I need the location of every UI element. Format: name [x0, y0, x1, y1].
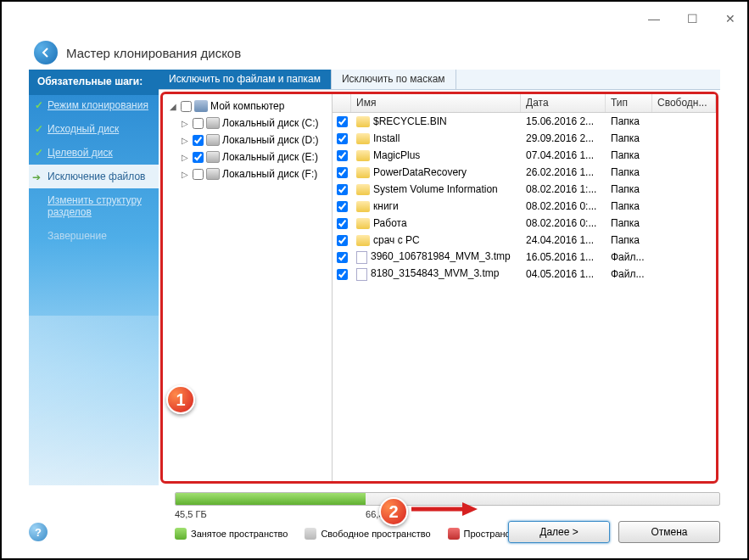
- list-item-name: PowerDataRecovery: [373, 166, 467, 178]
- maximize-button[interactable]: ☐: [684, 10, 701, 27]
- tree-root-checkbox[interactable]: [181, 101, 192, 112]
- list-item[interactable]: 3960_106781984_MVM_3.tmp16.05.2016 1...Ф…: [333, 249, 716, 266]
- list-item-type: Папка: [606, 216, 652, 231]
- list-item-date: 08.02.2016 1:...: [521, 182, 606, 197]
- back-button[interactable]: [34, 41, 58, 64]
- list-item-date: 24.04.2016 1...: [521, 232, 606, 248]
- sidebar-item-4[interactable]: Изменить структуру разделов: [29, 188, 159, 224]
- sidebar-item-label: Завершение: [48, 230, 107, 242]
- main-panel: Исключить по файлам и папкам Исключить п…: [159, 70, 720, 485]
- sidebar: Обязательные шаги: ✓Режим клонирования✓И…: [29, 70, 159, 485]
- footer: ? Далее > Отмена: [29, 521, 720, 543]
- list-item[interactable]: PowerDataRecovery26.02.2016 1...Папка: [333, 164, 716, 181]
- list-item-checkbox[interactable]: [337, 252, 348, 263]
- tree-item-checkbox[interactable]: [193, 169, 204, 180]
- tree-item[interactable]: ▷Локальный диск (F:): [166, 165, 328, 182]
- list-item[interactable]: 8180_3154843_MVM_3.tmp04.05.2016 1...Фай…: [333, 266, 716, 283]
- list-item-date: 07.04.2016 1...: [521, 148, 606, 163]
- list-item-checkbox[interactable]: [337, 269, 348, 280]
- list-item-checkbox[interactable]: [337, 218, 348, 229]
- check-icon: ✓: [35, 123, 43, 135]
- sidebar-item-3[interactable]: ➔Исключение файлов: [29, 165, 159, 188]
- sidebar-header: Обязательные шаги:: [29, 70, 159, 93]
- check-icon: ✓: [35, 147, 43, 159]
- sidebar-item-label: Изменить структуру разделов: [48, 194, 142, 218]
- list-item-type: Папка: [606, 148, 652, 163]
- drive-icon: [206, 117, 220, 129]
- folder-icon: [356, 167, 370, 178]
- col-header-date[interactable]: Дата: [521, 94, 606, 112]
- col-header-type[interactable]: Тип: [606, 94, 652, 112]
- col-header-free[interactable]: Свободн...: [652, 94, 716, 112]
- list-item-checkbox[interactable]: [337, 235, 348, 246]
- list-item-name: $RECYCLE.BIN: [373, 115, 447, 127]
- sidebar-item-0[interactable]: ✓Режим клонирования: [29, 93, 159, 117]
- cancel-button[interactable]: Отмена: [618, 521, 720, 543]
- expand-icon[interactable]: ▷: [182, 119, 190, 128]
- computer-icon: [194, 100, 208, 112]
- tree-item[interactable]: ▷Локальный диск (D:): [166, 132, 328, 148]
- expand-icon[interactable]: ▷: [182, 170, 190, 179]
- tab-files-folders[interactable]: Исключить по файлам и папкам: [159, 70, 332, 89]
- tree-item-checkbox[interactable]: [193, 118, 204, 129]
- list-item-type: Папка: [606, 131, 652, 146]
- list-item[interactable]: Работа08.02.2016 0:...Папка: [333, 215, 716, 232]
- tree-item[interactable]: ▷Локальный диск (C:): [166, 115, 328, 132]
- tab-bar: Исключить по файлам и папкам Исключить п…: [159, 70, 720, 90]
- close-button[interactable]: ✕: [722, 10, 739, 27]
- next-button[interactable]: Далее >: [508, 521, 610, 543]
- annotation-badge-2: 2: [379, 497, 408, 526]
- sidebar-item-label: Исключение файлов: [48, 171, 145, 182]
- tree-item[interactable]: ▷Локальный диск (E:): [166, 148, 328, 165]
- col-header-name[interactable]: Имя: [351, 94, 521, 112]
- help-button[interactable]: ?: [29, 523, 48, 541]
- folder-icon: [356, 116, 370, 127]
- list-item-date: 29.09.2016 2...: [521, 131, 606, 146]
- sidebar-item-1[interactable]: ✓Исходный диск: [29, 117, 159, 141]
- list-item-date: 26.02.2016 1...: [521, 165, 606, 180]
- list-item-name: 3960_106781984_MVM_3.tmp: [371, 250, 511, 262]
- list-item-checkbox[interactable]: [337, 116, 348, 127]
- sidebar-item-5: Завершение: [29, 224, 159, 248]
- tree-item-label: Локальный диск (C:): [222, 117, 319, 129]
- list-item-type: Папка: [606, 165, 652, 180]
- list-item[interactable]: Install29.09.2016 2...Папка: [333, 130, 716, 147]
- folder-icon: [356, 133, 370, 144]
- list-item-checkbox[interactable]: [337, 201, 348, 212]
- list-item-checkbox[interactable]: [337, 150, 348, 161]
- list-item-date: 04.05.2016 1...: [521, 266, 606, 282]
- expand-icon[interactable]: ▷: [182, 136, 190, 145]
- list-item[interactable]: срач с PC24.04.2016 1...Папка: [333, 232, 716, 249]
- tree-item-checkbox[interactable]: [193, 135, 204, 146]
- sidebar-item-2[interactable]: ✓Целевой диск: [29, 141, 159, 165]
- list-item[interactable]: System Volume Information08.02.2016 1:..…: [333, 181, 716, 198]
- collapse-icon[interactable]: ◢: [170, 102, 178, 111]
- list-item-type: Папка: [606, 199, 652, 214]
- file-list: Имя Дата Тип Свободн... $RECYCLE.BIN15.0…: [333, 94, 716, 481]
- expand-icon[interactable]: ▷: [182, 153, 190, 162]
- drive-icon: [206, 151, 220, 163]
- tree-root[interactable]: ◢ Мой компьютер: [166, 98, 328, 115]
- minimize-button[interactable]: —: [646, 10, 662, 27]
- check-icon: ✓: [35, 99, 43, 111]
- list-item[interactable]: $RECYCLE.BIN15.06.2016 2...Папка: [333, 113, 716, 130]
- list-item-name: книги: [373, 200, 399, 212]
- list-item-name: MagicPlus: [373, 149, 420, 161]
- list-item-name: 8180_3154843_MVM_3.tmp: [371, 267, 499, 279]
- list-item-name: System Volume Information: [373, 183, 498, 195]
- list-item[interactable]: книги08.02.2016 0:...Папка: [333, 198, 716, 215]
- list-item-checkbox[interactable]: [337, 167, 348, 178]
- list-item-name: Install: [373, 132, 400, 144]
- list-item-checkbox[interactable]: [337, 184, 348, 195]
- list-item-name: срач с PC: [373, 234, 420, 246]
- tab-masks[interactable]: Исключить по маскам: [332, 70, 456, 89]
- folder-icon: [356, 201, 370, 212]
- list-item[interactable]: MagicPlus07.04.2016 1...Папка: [333, 147, 716, 164]
- tree-item-checkbox[interactable]: [193, 152, 204, 163]
- tree-item-label: Локальный диск (F:): [222, 168, 317, 180]
- folder-icon: [356, 235, 370, 246]
- list-item-checkbox[interactable]: [337, 133, 348, 144]
- list-header: Имя Дата Тип Свободн...: [333, 94, 716, 113]
- list-item-date: 16.05.2016 1...: [521, 249, 606, 265]
- annotation-badge-1: 1: [166, 385, 195, 414]
